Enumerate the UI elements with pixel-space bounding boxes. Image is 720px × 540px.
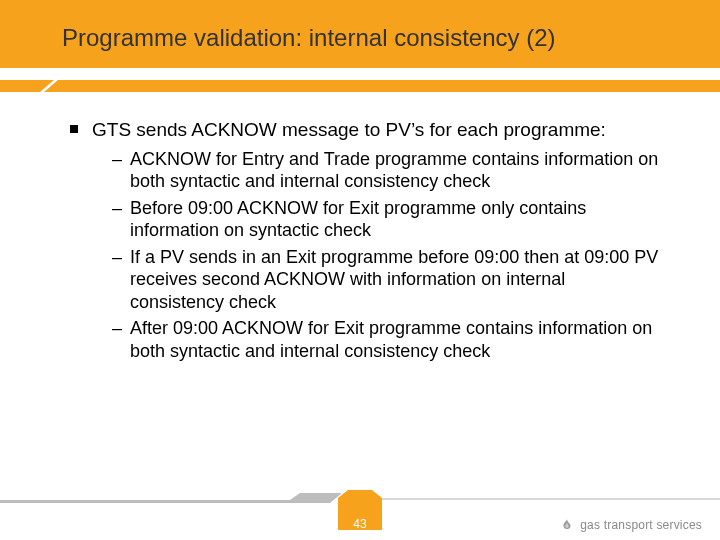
dash-bullet-icon: – — [112, 246, 122, 269]
bullet2-text: Before 09:00 ACKNOW for Exit programme o… — [130, 198, 586, 241]
dash-bullet-icon: – — [112, 148, 122, 171]
bullet-level2: – ACKNOW for Entry and Trade programme c… — [112, 148, 660, 193]
bullet-level1: GTS sends ACKNOW message to PV’s for eac… — [70, 118, 660, 142]
bullet1-text: GTS sends ACKNOW message to PV’s for eac… — [92, 119, 606, 140]
svg-marker-0 — [0, 80, 54, 92]
bullet2-text: If a PV sends in an Exit programme befor… — [130, 247, 658, 312]
sub-bullet-list: – ACKNOW for Entry and Trade programme c… — [70, 148, 660, 363]
logo-text: gas transport services — [580, 518, 702, 532]
slide-title: Programme validation: internal consisten… — [62, 24, 556, 52]
bullet-level2: – Before 09:00 ACKNOW for Exit programme… — [112, 197, 660, 242]
bullet-level2: – After 09:00 ACKNOW for Exit programme … — [112, 317, 660, 362]
accent-stripe — [0, 80, 720, 94]
svg-marker-4 — [382, 498, 720, 500]
bullet2-text: After 09:00 ACKNOW for Exit programme co… — [130, 318, 652, 361]
svg-marker-2 — [0, 493, 342, 503]
body-content: GTS sends ACKNOW message to PV’s for eac… — [70, 118, 660, 366]
flame-icon — [560, 518, 574, 532]
page-number: 43 — [340, 517, 380, 531]
bullet-level2: – If a PV sends in an Exit programme bef… — [112, 246, 660, 314]
bullet2-text: ACKNOW for Entry and Trade programme con… — [130, 149, 658, 192]
dash-bullet-icon: – — [112, 317, 122, 340]
dash-bullet-icon: – — [112, 197, 122, 220]
slide: Programme validation: internal consisten… — [0, 0, 720, 540]
footer-accent — [0, 490, 720, 504]
square-bullet-icon — [70, 125, 78, 133]
svg-marker-1 — [44, 80, 720, 92]
footer-logo: gas transport services — [560, 518, 702, 532]
